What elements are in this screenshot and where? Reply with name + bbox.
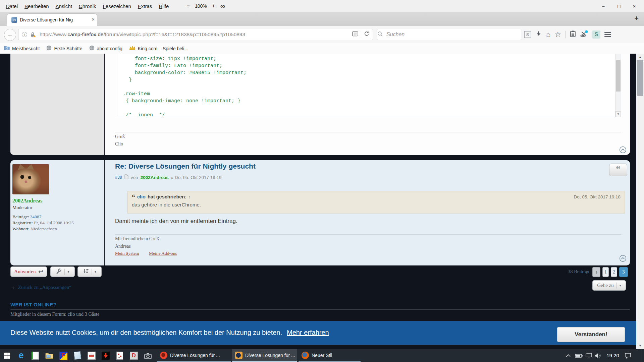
bookmark-king-com[interactable]: King.com – Spiele beli... [129,46,188,51]
menu-lesezeichen[interactable]: Lesezeichen [100,3,135,9]
scroll-to-top-button[interactable] [619,255,627,262]
sort-options-button[interactable]: ▾ [77,266,102,277]
tab-close-icon[interactable]: × [92,16,95,22]
bookmark-meistbesucht[interactable]: Meistbesucht [4,46,40,51]
who-is-online-text: Mitglieder in diesem Forum: clio und 3 G… [10,311,99,317]
bookmark-star-icon[interactable]: ☆ [554,31,561,38]
menu-chronik[interactable]: Chronik [75,3,100,9]
speaker-icon[interactable] [594,349,602,362]
minimize-button[interactable]: − [596,0,611,12]
new-tab-button[interactable]: + [634,14,639,23]
quote-post-button[interactable]: “ [609,164,627,176]
posts-count-link[interactable]: 34087 [30,214,42,219]
page-3-button-active[interactable]: 3 [619,267,628,277]
topic-tools-button[interactable]: ▾ [50,266,75,277]
maximize-button[interactable]: □ [611,0,627,12]
search-input[interactable] [386,31,521,38]
url-text[interactable]: https://www.camp-firefox.de/forum/viewto… [40,32,352,38]
action-center-icon[interactable] [625,349,631,362]
bookmark-erste-schritte[interactable]: Erste Schritte [46,45,82,52]
menu-extras[interactable]: Extras [135,3,156,9]
zoom-in-button[interactable]: + [212,3,215,9]
back-to-forum-link[interactable]: ‹ Zurück zu „Anpassungen“ [12,285,71,290]
code-block[interactable]: max-width: 970 !important; font-size: 11… [118,54,621,117]
notepad-icon[interactable] [70,349,85,362]
zoom-out-button[interactable]: − [186,3,190,9]
scroll-to-top-button[interactable] [619,146,627,154]
camera-app-icon[interactable] [141,349,155,362]
zoom-level[interactable]: 100% [195,3,207,9]
download-icon[interactable] [535,31,542,39]
close-button[interactable]: × [627,0,642,12]
scrollbar-up-icon[interactable]: ▲ [636,54,644,60]
download-manager-icon[interactable] [99,349,113,362]
reader-mode-icon[interactable] [352,31,358,38]
code-scrollbar[interactable]: ▼ [615,54,621,117]
mixed-content-lock-icon[interactable] [31,32,36,38]
jump-to-quote-link[interactable]: ↑ [189,194,191,199]
page-1-button[interactable]: 1 [602,267,609,277]
profile-username[interactable]: 2002Andreas [12,198,43,204]
code-scrollbar-thumb[interactable] [616,60,621,92]
menu-ansicht[interactable]: Ansicht [52,3,75,9]
cookie-accept-button[interactable]: Verstanden! [557,327,625,342]
home-icon[interactable]: ⌂ [546,31,550,38]
previous-page-button[interactable]: ‹ [592,267,600,277]
start-button[interactable] [0,349,14,362]
taskbar-task-neuer-stil[interactable]: Neuer Stil [299,349,361,362]
extension-glasses-icon[interactable]: ∞ [220,2,225,10]
stylish-extension-icon[interactable]: S [592,31,600,39]
meine-addons-link[interactable]: Meine Add-ons [149,251,177,256]
mein-system-link[interactable]: Mein System [115,251,139,256]
forum-page: max-width: 970 !important; font-size: 11… [0,54,636,349]
menu-datei[interactable]: Datei [3,3,21,9]
notes-app-icon[interactable] [28,349,42,362]
firefox-icon [302,352,309,359]
url-bar[interactable]: i https://www.camp-firefox.de/forum/view… [18,29,373,40]
back-button[interactable]: ← [4,29,16,41]
network-icon[interactable] [585,349,593,362]
tab-title: Diverse Lösungen für Nig [20,17,85,22]
goto-button[interactable]: Gehe zu ▾ [592,280,626,291]
show-desktop-button[interactable] [642,349,644,362]
file-explorer-icon[interactable] [42,349,56,362]
quoted-author-link[interactable]: clio [137,194,146,199]
post-title[interactable]: Re: Diverse Lösungen für Nightly gesucht [115,162,256,170]
taskbar-task-firefox-1[interactable]: Diverse Lösungen für ... [157,349,231,362]
avatar[interactable] [12,164,49,194]
code-scroll-down-icon[interactable]: ▼ [615,111,621,117]
code-content: max-width: 970 !important; font-size: 11… [118,54,621,117]
f-app-icon[interactable]: F [56,349,70,362]
menu-bearbeiten[interactable]: Bearbeiten [21,3,52,9]
globe-icon [46,45,52,52]
tab-diverse-loesungen[interactable]: Fx Diverse Lösungen für Nig × [7,13,97,26]
scissors-extension-icon[interactable] [580,30,588,39]
sidebar-clipboard-icon[interactable] [570,30,576,39]
menu-hamburger-icon[interactable] [604,32,611,37]
scrollbar-down-icon[interactable]: ▼ [636,343,644,348]
page-2-button[interactable]: 2 [611,267,617,277]
quote-box: “ clio hat geschrieben: ↑ Do, 05. Okt 20… [127,191,625,214]
tray-chevron-up-icon[interactable] [566,349,571,362]
browser-scrollbar[interactable]: ▲ ▼ [636,54,644,349]
bookmark-about-config[interactable]: about:config [89,45,122,52]
edge-icon[interactable]: e [14,349,28,362]
d-app-icon[interactable]: D [127,349,141,362]
reload-icon[interactable] [364,31,369,38]
post-number-link[interactable]: #38 [115,175,122,180]
reply-button[interactable]: Antworten ↩ [10,266,47,277]
scrollbar-thumb[interactable] [637,60,643,96]
post-author-link[interactable]: 2002Andreas [141,175,169,180]
screengrab-icon[interactable]: S [524,31,531,38]
taskbar-task-firefox-2-active[interactable]: Diverse Lösungen für ... [232,349,297,362]
page-info-icon[interactable]: i [22,32,27,37]
cards-game-icon[interactable] [113,349,127,362]
taskbar-clock[interactable]: 19:20 [604,349,621,362]
battery-icon[interactable] [574,349,583,362]
post-previous: max-width: 970 !important; font-size: 11… [10,54,630,155]
search-bar[interactable] [377,29,521,40]
member-clio-link[interactable]: clio [68,311,75,317]
printer-app-icon[interactable] [85,349,99,362]
mehr-erfahren-link[interactable]: Mehr erfahren [287,329,329,336]
menu-hilfe[interactable]: Hilfe [155,3,172,9]
